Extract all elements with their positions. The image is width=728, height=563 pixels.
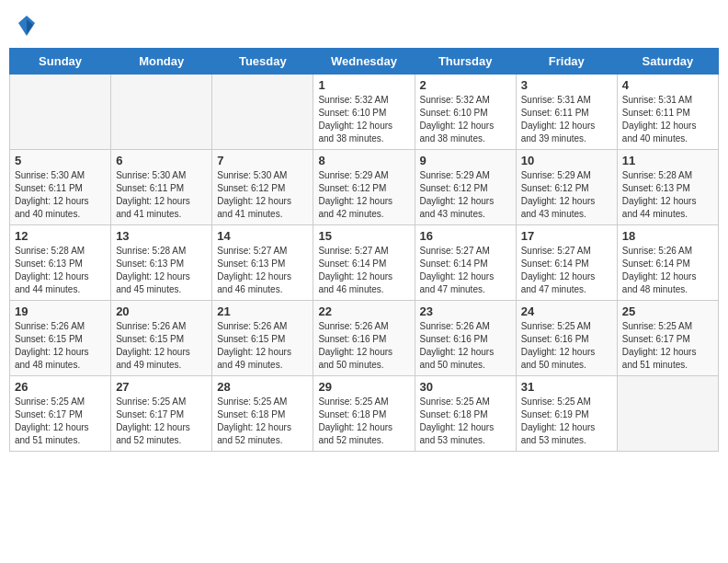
calendar-cell: 30Sunrise: 5:25 AM Sunset: 6:18 PM Dayli… xyxy=(415,376,516,452)
day-number: 2 xyxy=(420,78,511,92)
calendar-cell xyxy=(212,75,313,150)
day-number: 26 xyxy=(15,380,106,394)
week-row-3: 12Sunrise: 5:28 AM Sunset: 6:13 PM Dayli… xyxy=(10,225,719,301)
day-number: 28 xyxy=(217,380,308,394)
day-info: Sunrise: 5:30 AM Sunset: 6:12 PM Dayligh… xyxy=(217,169,308,221)
calendar-cell: 8Sunrise: 5:29 AM Sunset: 6:12 PM Daylig… xyxy=(313,150,415,225)
day-info: Sunrise: 5:25 AM Sunset: 6:17 PM Dayligh… xyxy=(116,396,207,447)
day-number: 19 xyxy=(15,304,106,318)
day-info: Sunrise: 5:26 AM Sunset: 6:14 PM Dayligh… xyxy=(622,245,713,296)
day-number: 9 xyxy=(420,154,511,167)
calendar-cell: 12Sunrise: 5:28 AM Sunset: 6:13 PM Dayli… xyxy=(10,225,111,301)
day-info: Sunrise: 5:27 AM Sunset: 6:14 PM Dayligh… xyxy=(521,245,612,296)
calendar-cell: 3Sunrise: 5:31 AM Sunset: 6:11 PM Daylig… xyxy=(516,75,617,150)
calendar-cell: 21Sunrise: 5:26 AM Sunset: 6:15 PM Dayli… xyxy=(212,301,313,376)
day-info: Sunrise: 5:29 AM Sunset: 6:12 PM Dayligh… xyxy=(521,169,612,221)
calendar-body: 1Sunrise: 5:32 AM Sunset: 6:10 PM Daylig… xyxy=(10,75,719,452)
calendar-cell: 2Sunrise: 5:32 AM Sunset: 6:10 PM Daylig… xyxy=(415,75,516,150)
day-header-friday: Friday xyxy=(516,49,617,75)
day-info: Sunrise: 5:28 AM Sunset: 6:13 PM Dayligh… xyxy=(15,245,106,296)
day-number: 25 xyxy=(622,304,713,318)
day-header-wednesday: Wednesday xyxy=(313,49,415,75)
calendar-cell: 10Sunrise: 5:29 AM Sunset: 6:12 PM Dayli… xyxy=(516,150,617,225)
day-number: 16 xyxy=(420,229,511,243)
day-info: Sunrise: 5:26 AM Sunset: 6:16 PM Dayligh… xyxy=(318,320,409,372)
week-row-5: 26Sunrise: 5:25 AM Sunset: 6:17 PM Dayli… xyxy=(10,376,719,452)
calendar-cell: 16Sunrise: 5:27 AM Sunset: 6:14 PM Dayli… xyxy=(415,225,516,301)
header-row: SundayMondayTuesdayWednesdayThursdayFrid… xyxy=(10,49,719,75)
week-row-4: 19Sunrise: 5:26 AM Sunset: 6:15 PM Dayli… xyxy=(10,301,719,376)
day-number: 30 xyxy=(420,380,511,394)
calendar-cell xyxy=(617,376,718,452)
calendar-cell: 17Sunrise: 5:27 AM Sunset: 6:14 PM Dayli… xyxy=(516,225,617,301)
calendar-cell: 6Sunrise: 5:30 AM Sunset: 6:11 PM Daylig… xyxy=(111,150,212,225)
calendar-cell: 11Sunrise: 5:28 AM Sunset: 6:13 PM Dayli… xyxy=(617,150,718,225)
day-info: Sunrise: 5:26 AM Sunset: 6:15 PM Dayligh… xyxy=(217,320,308,372)
calendar-cell: 7Sunrise: 5:30 AM Sunset: 6:12 PM Daylig… xyxy=(212,150,313,225)
day-number: 10 xyxy=(521,154,612,167)
logo xyxy=(18,14,39,36)
day-number: 14 xyxy=(217,229,308,243)
day-info: Sunrise: 5:31 AM Sunset: 6:11 PM Dayligh… xyxy=(521,94,612,145)
day-info: Sunrise: 5:25 AM Sunset: 6:16 PM Dayligh… xyxy=(521,320,612,372)
calendar-table: SundayMondayTuesdayWednesdayThursdayFrid… xyxy=(9,48,719,452)
day-info: Sunrise: 5:26 AM Sunset: 6:15 PM Dayligh… xyxy=(116,320,207,372)
calendar-cell: 1Sunrise: 5:32 AM Sunset: 6:10 PM Daylig… xyxy=(313,75,415,150)
day-info: Sunrise: 5:25 AM Sunset: 6:19 PM Dayligh… xyxy=(521,396,612,447)
day-info: Sunrise: 5:26 AM Sunset: 6:15 PM Dayligh… xyxy=(15,320,106,372)
day-header-monday: Monday xyxy=(111,49,212,75)
day-info: Sunrise: 5:26 AM Sunset: 6:16 PM Dayligh… xyxy=(420,320,511,372)
day-info: Sunrise: 5:27 AM Sunset: 6:14 PM Dayligh… xyxy=(420,245,511,296)
day-number: 29 xyxy=(318,380,409,394)
page-header xyxy=(9,9,719,40)
calendar-cell: 4Sunrise: 5:31 AM Sunset: 6:11 PM Daylig… xyxy=(617,75,718,150)
calendar-cell: 15Sunrise: 5:27 AM Sunset: 6:14 PM Dayli… xyxy=(313,225,415,301)
day-number: 24 xyxy=(521,304,612,318)
calendar-cell: 20Sunrise: 5:26 AM Sunset: 6:15 PM Dayli… xyxy=(111,301,212,376)
day-number: 17 xyxy=(521,229,612,243)
calendar-cell: 14Sunrise: 5:27 AM Sunset: 6:13 PM Dayli… xyxy=(212,225,313,301)
calendar-cell: 26Sunrise: 5:25 AM Sunset: 6:17 PM Dayli… xyxy=(10,376,111,452)
calendar-cell: 28Sunrise: 5:25 AM Sunset: 6:18 PM Dayli… xyxy=(212,376,313,452)
calendar-cell: 31Sunrise: 5:25 AM Sunset: 6:19 PM Dayli… xyxy=(516,376,617,452)
day-info: Sunrise: 5:25 AM Sunset: 6:18 PM Dayligh… xyxy=(420,396,511,447)
day-info: Sunrise: 5:27 AM Sunset: 6:14 PM Dayligh… xyxy=(318,245,409,296)
day-number: 4 xyxy=(622,78,713,92)
calendar-cell: 13Sunrise: 5:28 AM Sunset: 6:13 PM Dayli… xyxy=(111,225,212,301)
day-info: Sunrise: 5:25 AM Sunset: 6:18 PM Dayligh… xyxy=(318,396,409,447)
calendar-cell xyxy=(111,75,212,150)
day-number: 12 xyxy=(15,229,106,243)
day-number: 27 xyxy=(116,380,207,394)
day-number: 15 xyxy=(318,229,409,243)
day-number: 21 xyxy=(217,304,308,318)
calendar-cell: 25Sunrise: 5:25 AM Sunset: 6:17 PM Dayli… xyxy=(617,301,718,376)
calendar-cell: 27Sunrise: 5:25 AM Sunset: 6:17 PM Dayli… xyxy=(111,376,212,452)
day-number: 22 xyxy=(318,304,409,318)
day-header-sunday: Sunday xyxy=(10,49,111,75)
day-info: Sunrise: 5:31 AM Sunset: 6:11 PM Dayligh… xyxy=(622,94,713,145)
calendar-cell: 23Sunrise: 5:26 AM Sunset: 6:16 PM Dayli… xyxy=(415,301,516,376)
calendar-cell: 19Sunrise: 5:26 AM Sunset: 6:15 PM Dayli… xyxy=(10,301,111,376)
day-number: 6 xyxy=(116,154,207,167)
calendar-cell xyxy=(10,75,111,150)
calendar-cell: 18Sunrise: 5:26 AM Sunset: 6:14 PM Dayli… xyxy=(617,225,718,301)
day-info: Sunrise: 5:32 AM Sunset: 6:10 PM Dayligh… xyxy=(420,94,511,145)
day-number: 31 xyxy=(521,380,612,394)
logo-icon xyxy=(18,16,35,36)
day-number: 13 xyxy=(116,229,207,243)
calendar-cell: 9Sunrise: 5:29 AM Sunset: 6:12 PM Daylig… xyxy=(415,150,516,225)
day-number: 3 xyxy=(521,78,612,92)
day-info: Sunrise: 5:28 AM Sunset: 6:13 PM Dayligh… xyxy=(116,245,207,296)
day-number: 7 xyxy=(217,154,308,167)
day-number: 8 xyxy=(318,154,409,167)
day-info: Sunrise: 5:25 AM Sunset: 6:18 PM Dayligh… xyxy=(217,396,308,447)
day-header-thursday: Thursday xyxy=(415,49,516,75)
day-info: Sunrise: 5:30 AM Sunset: 6:11 PM Dayligh… xyxy=(15,169,106,221)
day-info: Sunrise: 5:25 AM Sunset: 6:17 PM Dayligh… xyxy=(622,320,713,372)
calendar-cell: 24Sunrise: 5:25 AM Sunset: 6:16 PM Dayli… xyxy=(516,301,617,376)
day-number: 5 xyxy=(15,154,106,167)
day-info: Sunrise: 5:29 AM Sunset: 6:12 PM Dayligh… xyxy=(420,169,511,221)
day-number: 23 xyxy=(420,304,511,318)
day-info: Sunrise: 5:28 AM Sunset: 6:13 PM Dayligh… xyxy=(622,169,713,221)
day-number: 11 xyxy=(622,154,713,167)
